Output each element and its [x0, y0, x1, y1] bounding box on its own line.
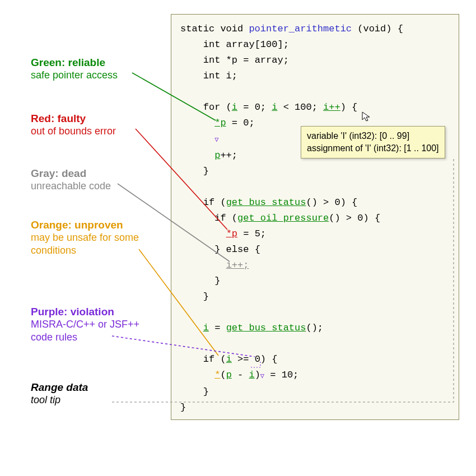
starp-green: *p	[214, 118, 226, 128]
violation-marker-icon: ▽	[260, 368, 264, 384]
incr-green: i++	[323, 102, 340, 113]
get-bus-status: get_bus_status	[226, 323, 306, 333]
violation-marker-icon: ▽	[214, 132, 218, 148]
legend-green: Green: reliable safe pointer access	[31, 56, 118, 82]
var-i: i	[232, 102, 237, 113]
starp-red: *p	[226, 228, 237, 239]
var-i: i	[226, 354, 232, 365]
kw: static void	[180, 24, 249, 34]
legend-gray: Gray: dead unreachable code	[31, 167, 111, 193]
tooltip-line: variable 'I' (int32): [0 .. 99]	[307, 130, 439, 142]
get-oil-pressure: get_oil_pressure	[237, 213, 329, 223]
legend-red: Red: faulty out of bounds error	[31, 112, 116, 138]
code-panel: static void pointer_arithmetic (void) { …	[171, 14, 459, 420]
range-tooltip: variable 'I' (int32): [0 .. 99] assignme…	[301, 126, 445, 158]
legend-purple: Purple: violation MISRA-C/C++ or JSF++ c…	[31, 305, 160, 344]
tooltip-line: assignment of 'I' (int32): [1 .. 100]	[307, 142, 439, 155]
var-i: i	[203, 323, 209, 333]
get-bus-status: get_bus_status	[226, 197, 306, 208]
function-name: pointer_arithmetic	[249, 24, 352, 34]
var-i: i	[272, 102, 277, 113]
p-green: p	[214, 150, 220, 161]
legend-range: Range data tool tip	[31, 381, 88, 407]
legend-orange: Orange: unproven may be unsafe for some …	[31, 218, 160, 257]
ipp-gray: i++;	[226, 260, 249, 270]
star-orange: *	[214, 370, 220, 380]
